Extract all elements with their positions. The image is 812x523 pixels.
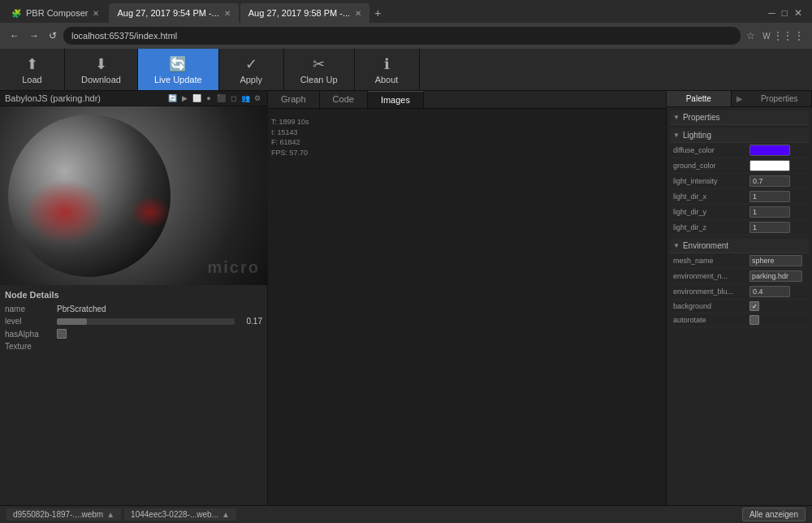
environment-section-label: Environment: [683, 241, 728, 250]
preview-ctrl-1[interactable]: 🔄: [167, 93, 177, 103]
environment-blur-label: environment_blu...: [673, 287, 746, 296]
palette-tabs: Palette ▶ Properties: [667, 91, 812, 107]
node-prop-level: level 0.17: [5, 317, 262, 326]
prop-environment-blur: environment_blu...: [670, 284, 809, 300]
about-icon: ℹ: [384, 55, 390, 73]
tab-images[interactable]: Images: [368, 91, 424, 108]
bottom-item-2-close[interactable]: ▲: [222, 510, 230, 519]
app-toolbar: ⬆ Load ⬇ Download 🔄 Live Update ✓ Apply …: [0, 49, 812, 91]
cleanup-icon: ✂: [313, 55, 325, 73]
props-section: ▼ Properties ▼ Lighting diffuse_color gr…: [667, 107, 812, 331]
bottom-item-1-close[interactable]: ▲: [106, 510, 114, 519]
minimize-btn[interactable]: ─: [768, 7, 775, 19]
ground-color-swatch[interactable]: [749, 160, 790, 171]
stat-f: F: 61842: [271, 137, 309, 148]
bottom-item-2[interactable]: 1044eec3-0228-...web... ▲: [124, 508, 236, 521]
tab-1-close[interactable]: ✕: [93, 9, 99, 18]
cleanup-button[interactable]: ✂ Clean Up: [284, 49, 355, 90]
prop-light-dir-z: light_dir_z: [670, 220, 809, 236]
palette-tab[interactable]: Palette: [667, 91, 732, 106]
preview-ctrl-4[interactable]: ●: [204, 93, 214, 103]
properties-section-header[interactable]: ▼ Properties: [670, 110, 809, 125]
preview-ctrl-3[interactable]: ⬜: [192, 93, 201, 103]
bottom-item-1[interactable]: d955082b-1897-....webm ▲: [6, 508, 121, 521]
tab-2-close[interactable]: ✕: [224, 9, 231, 18]
preview-ctrl-5[interactable]: ⬛: [216, 93, 226, 103]
new-tab-btn[interactable]: +: [374, 6, 381, 19]
preview-ctrl-2[interactable]: ▶: [179, 93, 189, 103]
mesh-name-select[interactable]: sphere: [749, 255, 802, 266]
sphere-red-splat-2: [130, 196, 171, 228]
browser-tab-1[interactable]: 🧩 PBR Composer ✕: [3, 3, 107, 23]
about-button[interactable]: ℹ About: [355, 49, 420, 90]
node-prop-hasalpha-label: hasAlpha: [5, 330, 54, 339]
node-prop-name-value: PbrScratched: [57, 305, 262, 313]
download-button[interactable]: ⬇ Download: [65, 49, 138, 90]
light-dir-z-input[interactable]: [749, 222, 790, 233]
grid-icon[interactable]: ⋮⋮: [776, 29, 789, 42]
cleanup-label: Clean Up: [300, 75, 338, 84]
node-prop-hasalpha: hasAlpha: [5, 329, 262, 339]
apply-button[interactable]: ✓ Apply: [219, 49, 284, 90]
close-btn[interactable]: ✕: [794, 7, 802, 19]
tab-3-close[interactable]: ✕: [355, 9, 361, 18]
node-prop-hasalpha-checkbox[interactable]: [57, 329, 67, 339]
light-dir-x-input[interactable]: [749, 191, 790, 202]
tab-2-label: Aug 27, 2017 9:54 PM -...: [117, 8, 218, 18]
lighting-section-header[interactable]: ▼ Lighting: [670, 128, 809, 143]
background-label: background: [673, 302, 746, 310]
environment-n-select[interactable]: parking.hdr: [749, 270, 802, 282]
node-prop-level-slider[interactable]: [57, 318, 235, 325]
node-texture-label: Texture: [5, 342, 262, 351]
node-prop-level-fill: [57, 318, 87, 325]
address-bar[interactable]: [63, 27, 741, 45]
load-button[interactable]: ⬆ Load: [0, 49, 65, 90]
preview-ctrl-6[interactable]: ◻: [228, 93, 238, 103]
extension-icon[interactable]: W: [760, 29, 773, 42]
refresh-button[interactable]: ↺: [45, 28, 60, 43]
live-update-button[interactable]: 🔄 Live Update: [138, 49, 219, 90]
light-dir-y-input[interactable]: [749, 206, 790, 218]
tab-graph[interactable]: Graph: [268, 91, 320, 108]
environment-section-header[interactable]: ▼ Environment: [670, 239, 809, 253]
bookmark-icon[interactable]: ☆: [744, 29, 757, 42]
apply-label: Apply: [240, 75, 262, 84]
prop-light-dir-y: light_dir_y: [670, 205, 809, 220]
right-panel: Palette ▶ Properties ▼ Properties ▼ Ligh…: [666, 91, 812, 523]
menu-icon[interactable]: ⋮: [793, 29, 806, 42]
left-panel: BabylonJS (parking.hdr) 🔄 ▶ ⬜ ● ⬛ ◻ 👥 ⚙ …: [0, 91, 268, 523]
browser-tab-2[interactable]: Aug 27, 2017 9:54 PM -... ✕: [109, 3, 238, 23]
sphere-object: micro: [8, 115, 171, 277]
diffuse-color-swatch[interactable]: [749, 145, 790, 156]
tab-code[interactable]: Code: [320, 91, 368, 108]
bottom-item-2-label: 1044eec3-0228-...web...: [131, 510, 218, 519]
apply-icon: ✓: [245, 55, 257, 73]
environment-blur-input[interactable]: [749, 286, 790, 297]
sphere-background: micro micro: [0, 106, 268, 285]
preview-title: BabylonJS (parking.hdr): [5, 93, 101, 103]
stat-fps: FPS: 57.70: [271, 148, 309, 158]
autorotate-checkbox[interactable]: [749, 315, 759, 325]
background-checkbox[interactable]: [749, 301, 759, 311]
properties-tab[interactable]: Properties: [748, 91, 813, 106]
prop-diffuse-color: diffuse_color: [670, 143, 809, 158]
alle-anzeigen-button[interactable]: Alle anzeigen: [742, 508, 806, 521]
light-dir-x-label: light_dir_x: [673, 192, 746, 201]
stat-t: T: 1899 10s: [271, 117, 309, 128]
light-intensity-input[interactable]: [749, 175, 790, 187]
maximize-btn[interactable]: □: [782, 7, 788, 19]
autorotate-label: autorotate: [673, 316, 746, 324]
bottom-item-1-label: d955082b-1897-....webm: [13, 510, 103, 519]
light-intensity-label: light_intensity: [673, 177, 746, 185]
properties-section-label: Properties: [683, 113, 720, 122]
browser-tab-3[interactable]: Aug 27, 2017 9:58 PM -... ✕: [240, 3, 369, 23]
properties-arrow-icon: ▼: [673, 114, 680, 121]
center-panel: Graph Code Images T: 1899 10s I: 15143 F…: [268, 91, 666, 523]
forward-button[interactable]: →: [26, 28, 42, 43]
preview-ctrl-7[interactable]: 👥: [240, 93, 250, 103]
palette-arrow[interactable]: ▶: [732, 91, 748, 106]
browser-nav: ← → ↺ ☆ W ⋮⋮ ⋮: [0, 23, 812, 49]
mesh-name-label: mesh_name: [673, 257, 746, 265]
preview-ctrl-8[interactable]: ⚙: [253, 93, 262, 103]
back-button[interactable]: ←: [6, 28, 23, 43]
